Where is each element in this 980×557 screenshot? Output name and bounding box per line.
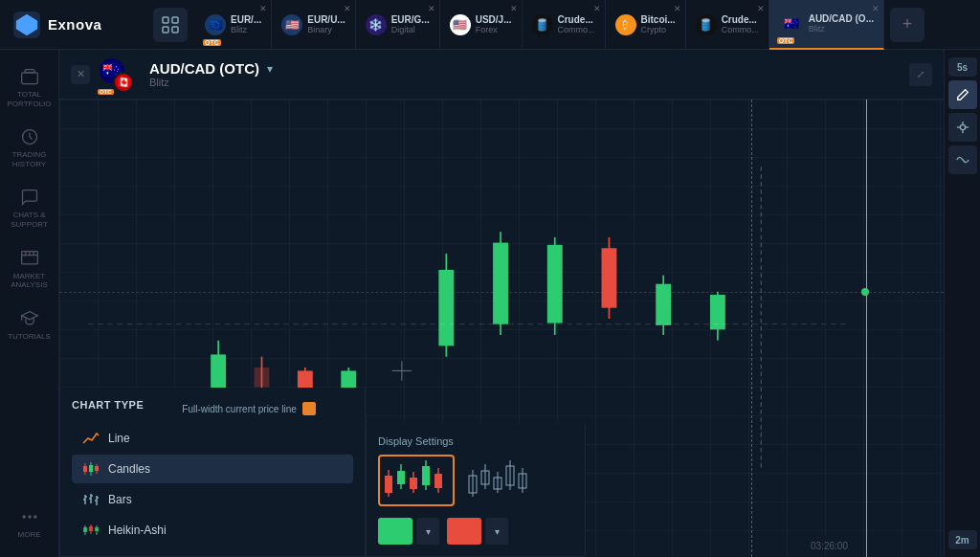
tab-eur-digital[interactable]: ✕ ❄️ EUR/G... Digital [356, 0, 440, 50]
asset-name: AUD/CAD (OTC) [149, 60, 259, 77]
line-icon [81, 431, 100, 446]
tab-flag: 🇪🇺 [205, 14, 226, 35]
otc-badge: OTC [203, 39, 221, 46]
svg-point-10 [33, 516, 36, 519]
close-tab-icon[interactable]: ✕ [593, 4, 601, 13]
sidebar-item-label: TUTORIALS [8, 332, 51, 342]
tab-eur-otc[interactable]: ✕ 🇪🇺 EUR/... Blitz OTC [195, 0, 272, 50]
add-tab-button[interactable]: + [890, 8, 924, 42]
tab-info: EUR/G... Digital [391, 14, 430, 34]
display-settings-title: Display Settings [378, 435, 573, 447]
otc-badge-small: OTC [98, 89, 114, 95]
red-color-box[interactable] [447, 518, 481, 545]
time-5s-button[interactable]: 5s [948, 57, 977, 77]
svg-rect-1 [163, 17, 168, 23]
top-bar: Exnova ✕ 🇪🇺 EUR/... Blitz OTC ✕ 🇺🇸 EUR/U… [0, 0, 980, 50]
tab-bitcoin[interactable]: ✕ ₿ Bitcoi... Crypto [606, 0, 686, 50]
logo-area: Exnova [0, 11, 153, 38]
tab-flag: 🇺🇸 [450, 14, 471, 35]
swatch-preview [380, 457, 453, 504]
close-tab-icon[interactable]: ✕ [872, 4, 880, 13]
tab-flag: 🇦🇺 [779, 13, 804, 34]
heikin-icon [81, 523, 100, 538]
grid-button[interactable] [153, 8, 188, 42]
svg-rect-28 [493, 243, 508, 324]
chart-option-bars[interactable]: Bars [72, 485, 353, 514]
chart-option-line[interactable]: Line [72, 424, 353, 453]
candles-icon [81, 461, 100, 477]
svg-rect-18 [255, 368, 270, 387]
svg-rect-40 [83, 466, 87, 472]
tab-flag: 🛢️ [696, 14, 717, 35]
close-tab-icon[interactable]: ✕ [510, 4, 518, 13]
maximize-button[interactable]: ⤢ [909, 63, 932, 86]
close-tab-icon[interactable]: ✕ [674, 4, 681, 13]
swatch-candles-outline[interactable] [462, 455, 539, 506]
time-2m-button[interactable]: 2m [948, 530, 977, 549]
sidebar-item-tutorials[interactable]: TUTORIALS [0, 301, 58, 349]
close-chart-button[interactable]: ✕ [71, 65, 90, 84]
tab-info: AUD/CAD (O... Blitz [809, 13, 874, 33]
svg-rect-26 [438, 270, 454, 345]
sidebar-item-support[interactable]: CHATS &SUPPORT [0, 180, 58, 236]
red-color-dropdown[interactable]: ▾ [485, 518, 508, 545]
green-color-box[interactable] [378, 518, 412, 545]
graduate-icon [20, 309, 39, 328]
tab-info: USD/J... Forex [476, 14, 512, 34]
asset-title-area: AUD/CAD (OTC) ▾ Blitz [149, 60, 273, 88]
tab-usd-jpy[interactable]: ✕ 🇺🇸 USD/J... Forex [440, 0, 523, 50]
logo-text: Exnova [48, 16, 101, 33]
svg-rect-4 [172, 27, 178, 33]
pencil-tool-button[interactable] [948, 80, 977, 109]
sidebar-item-analysis[interactable]: MARKETANALYSIS [0, 241, 58, 298]
asset-dropdown-icon[interactable]: ▾ [267, 62, 273, 76]
chart-type-header: CHART TYPE Full-width current price line [72, 399, 353, 418]
close-tab-icon[interactable]: ✕ [259, 4, 267, 13]
chart-type-panel: CHART TYPE Full-width current price line… [59, 388, 366, 557]
sidebar-item-more[interactable]: MORE [0, 500, 58, 547]
svg-rect-2 [172, 17, 178, 23]
close-tab-icon[interactable]: ✕ [344, 4, 351, 13]
display-settings-panel: Display Settings [366, 424, 586, 557]
asset-subtitle: Blitz [149, 77, 273, 88]
svg-rect-44 [95, 466, 99, 471]
svg-point-9 [28, 516, 31, 519]
green-color-dropdown[interactable]: ▾ [416, 518, 439, 545]
svg-marker-0 [16, 13, 37, 34]
full-width-row: Full-width current price line [182, 402, 316, 415]
svg-rect-42 [89, 465, 93, 472]
analysis-icon [20, 249, 39, 268]
tab-info: EUR/... Blitz [231, 14, 261, 34]
crosshair-tool-button[interactable] [948, 113, 977, 142]
sidebar-item-portfolio[interactable]: TOTALPORTFOLIO [0, 59, 58, 116]
chart-canvas[interactable]: CHART TYPE Full-width current price line… [59, 100, 944, 557]
tab-crude2[interactable]: ✕ 🛢️ Crude... Commo... [686, 0, 769, 50]
full-width-toggle[interactable] [302, 402, 316, 415]
asset-flag-container: 🇦🇺 🇨🇦 OTC [98, 56, 134, 93]
close-tab-icon[interactable]: ✕ [428, 4, 435, 13]
tab-crude[interactable]: ✕ 🛢️ Crude... Commo... [523, 0, 606, 50]
close-tab-icon[interactable]: ✕ [757, 4, 765, 13]
chart-option-candles[interactable]: Candles [72, 455, 353, 483]
chart-wrapper: ✕ 🇦🇺 🇨🇦 OTC AUD/CAD (OTC) ▾ Blitz ⤢ [59, 50, 944, 557]
display-swatches [378, 455, 573, 506]
tab-aud-cad[interactable]: ✕ 🇦🇺 AUD/CAD (O... Blitz OTC [769, 0, 884, 50]
svg-rect-55 [83, 527, 87, 532]
logo-icon [13, 11, 40, 38]
svg-point-8 [22, 516, 25, 519]
sidebar-item-history[interactable]: TRADINGHISTORY [0, 120, 58, 176]
heikin-label: Heikin-Ashi [108, 524, 167, 537]
chart-option-heikin[interactable]: Heikin-Ashi [72, 516, 353, 545]
bars-label: Bars [108, 493, 132, 506]
tab-eur-binary[interactable]: ✕ 🇺🇸 EUR/U... Binary [272, 0, 355, 50]
chart-timestamp-2: 03:26:00 [811, 541, 848, 551]
main-content: TOTALPORTFOLIO TRADINGHISTORY CHATS &SUP… [0, 50, 980, 557]
vertical-line [866, 100, 867, 557]
otc-badge: OTC [777, 37, 795, 44]
tab-flag: ₿ [615, 14, 636, 35]
swatch-preview [464, 457, 537, 504]
svg-rect-32 [602, 248, 617, 307]
wave-tool-button[interactable] [948, 145, 977, 174]
chat-icon [20, 188, 39, 207]
swatch-candles-colored[interactable] [378, 455, 455, 506]
